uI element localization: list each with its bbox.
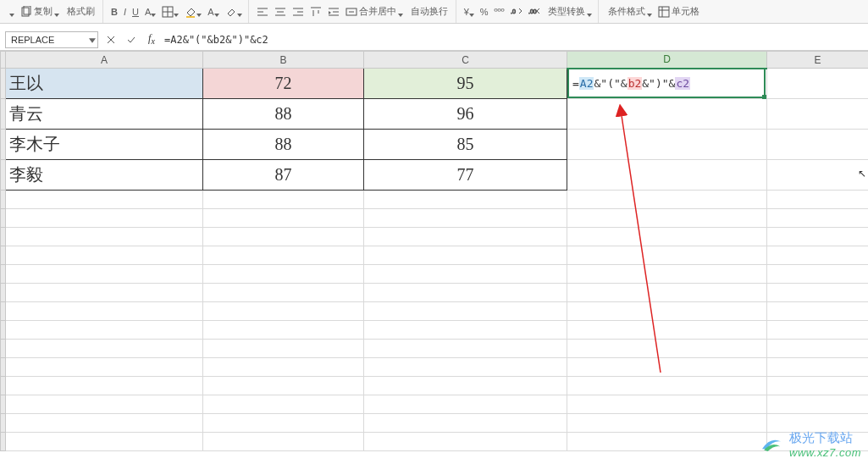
borders-button[interactable] — [159, 3, 181, 20]
conditional-format-button[interactable]: 条件格式 — [604, 3, 655, 20]
chevron-down-icon — [89, 36, 96, 46]
cell-C4[interactable]: 77 — [364, 160, 567, 191]
formula-token-ref-b2: b2 — [628, 77, 643, 90]
cell-A4[interactable]: 李毅 — [6, 160, 203, 191]
copy-label: 复制 — [32, 5, 54, 18]
formula-input[interactable] — [159, 31, 868, 48]
x-icon — [106, 35, 116, 45]
align-center-button[interactable] — [272, 3, 289, 20]
increase-decimal-button[interactable]: .0 — [508, 3, 525, 20]
cell-D4[interactable] — [567, 160, 767, 191]
watermark-url: www.xz7.com — [789, 446, 861, 459]
eraser-icon — [225, 6, 237, 18]
col-header-D[interactable]: D — [567, 52, 767, 69]
cell-C1[interactable]: 95 — [364, 69, 567, 99]
col-header-E[interactable]: E — [767, 52, 869, 69]
column-header-row: A B C D E — [1, 52, 869, 69]
fx-button[interactable]: fx — [144, 32, 159, 47]
eraser-button[interactable] — [223, 3, 245, 20]
cell-B4[interactable]: 87 — [203, 160, 364, 191]
fill-handle[interactable] — [762, 95, 766, 99]
copy-icon — [20, 6, 32, 18]
underline-button[interactable]: U — [130, 3, 141, 20]
formula-bar: REPLACE fx — [0, 29, 868, 51]
italic-button[interactable]: I — [121, 3, 129, 20]
merge-icon — [346, 6, 357, 18]
align-top-button[interactable] — [307, 3, 324, 20]
cell-D3[interactable] — [567, 130, 767, 160]
svg-text:.0: .0 — [511, 8, 516, 14]
formula-token-amp1: &"("& — [594, 77, 627, 90]
merge-center-button[interactable]: 合并居中 — [343, 3, 406, 20]
editing-cell-D1[interactable]: = A2 &"("& b2 &")"& c2 — [567, 68, 766, 98]
fx-icon: fx — [148, 32, 155, 46]
cell-A2[interactable]: 青云 — [6, 99, 203, 130]
mouse-cursor-icon: ↖ — [858, 168, 866, 180]
format-painter-button[interactable]: 格式刷 — [63, 3, 99, 20]
comma-icon: ººº — [495, 7, 505, 17]
font-color-icon: A — [207, 7, 213, 17]
toolbar: 复制 格式刷 B I U A A — [0, 0, 868, 24]
borders-icon — [162, 6, 174, 18]
currency-button[interactable]: ¥ — [462, 3, 477, 20]
formula-token-eq: = — [572, 77, 579, 90]
formula-token-amp2: &")"& — [642, 77, 675, 90]
inc-dec-icon: .0 — [511, 6, 522, 18]
align-center-icon — [274, 6, 286, 18]
col-header-A[interactable]: A — [6, 52, 203, 69]
cell-E1[interactable] — [767, 69, 869, 99]
table-row: 李木子 88 85 — [1, 130, 869, 160]
watermark-cn: 极光下载站 — [789, 430, 861, 446]
col-header-C[interactable]: C — [364, 52, 567, 69]
name-box-value: REPLACE — [11, 35, 54, 45]
indent-icon — [328, 6, 340, 18]
align-right-icon — [292, 6, 304, 18]
cell-A1[interactable]: 王以 — [6, 69, 203, 99]
type-convert-button[interactable]: 类型转换 — [544, 3, 594, 20]
align-top-icon — [310, 6, 322, 18]
decrease-decimal-button[interactable]: .00 — [526, 3, 543, 20]
comma-button[interactable]: ººº — [492, 3, 507, 20]
svg-text:.00: .00 — [528, 8, 537, 14]
spreadsheet[interactable]: A B C D E 王以 72 95 青云 88 96 李木子 88 85 李毅… — [0, 51, 868, 464]
paste-dropdown-icon[interactable] — [7, 3, 17, 20]
confirm-formula-button[interactable] — [124, 32, 139, 47]
cell-format-button[interactable]: 单元格 — [655, 3, 704, 20]
align-right-button[interactable] — [290, 3, 307, 20]
table-row: 李毅 87 77 — [1, 160, 869, 191]
logo-icon — [759, 435, 784, 454]
align-left-icon — [257, 6, 268, 18]
cell-E2[interactable] — [767, 99, 869, 130]
watermark: 极光下载站 www.xz7.com — [759, 430, 861, 459]
formula-token-ref-c2: c2 — [675, 77, 690, 90]
col-header-B[interactable]: B — [203, 52, 364, 69]
font-color-button[interactable]: A — [205, 3, 221, 20]
cell-A3[interactable]: 李木子 — [6, 130, 203, 160]
cell-D2[interactable] — [567, 99, 767, 130]
font-size-button[interactable]: A — [142, 3, 158, 20]
copy-button[interactable]: 复制 — [18, 3, 62, 20]
cancel-formula-button[interactable] — [103, 32, 119, 47]
cell-C3[interactable]: 85 — [364, 130, 567, 160]
formula-token-ref-A2: A2 — [579, 77, 594, 90]
name-box[interactable]: REPLACE — [5, 31, 98, 48]
cell-E4[interactable] — [767, 160, 869, 191]
svg-rect-25 — [659, 7, 669, 17]
cell-B1[interactable]: 72 — [203, 69, 364, 99]
cell-B2[interactable]: 88 — [203, 99, 364, 130]
percent-button[interactable]: % — [478, 3, 491, 20]
dec-dec-icon: .00 — [528, 6, 540, 18]
bold-button[interactable]: B — [108, 3, 120, 20]
fill-icon — [185, 6, 196, 18]
cell-E3[interactable] — [767, 130, 869, 160]
align-left-button[interactable] — [254, 3, 271, 20]
table-row: 青云 88 96 — [1, 99, 869, 130]
cell-C2[interactable]: 96 — [364, 99, 567, 130]
wrap-text-button[interactable]: 自动换行 — [406, 3, 452, 20]
fill-color-button[interactable] — [182, 3, 204, 20]
table-icon — [658, 6, 670, 18]
check-icon — [126, 35, 136, 45]
indent-button[interactable] — [325, 3, 342, 20]
cell-B3[interactable]: 88 — [203, 130, 364, 160]
